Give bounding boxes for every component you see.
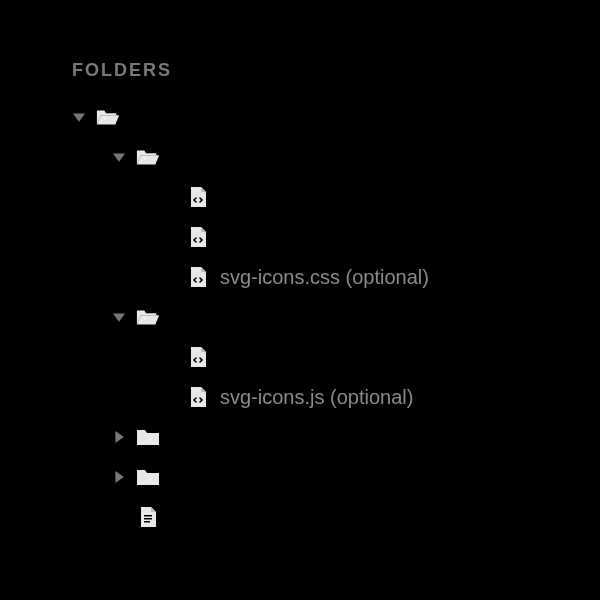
tree-row[interactable] [72, 217, 600, 257]
folder-open-icon [96, 107, 120, 127]
svg-marker-3 [115, 431, 123, 443]
tree-row[interactable] [72, 97, 600, 137]
file-code-icon [186, 347, 210, 367]
tree-row[interactable]: svg-icons.js (optional) [72, 377, 600, 417]
folder-open-icon [136, 307, 160, 327]
panel-header: FOLDERS [72, 60, 600, 81]
tree-row[interactable] [72, 457, 600, 497]
tree-row[interactable]: svg-icons.css (optional) [72, 257, 600, 297]
tree-item-label: svg-icons.css (optional) [220, 266, 429, 289]
svg-marker-0 [73, 113, 85, 121]
tree-container: svg-icons.css (optional)svg-icons.js (op… [72, 97, 600, 537]
svg-marker-1 [113, 153, 125, 161]
chevron-down-icon[interactable] [112, 150, 126, 164]
tree-row[interactable] [72, 497, 600, 537]
folder-icon [136, 467, 160, 487]
chevron-down-icon[interactable] [72, 110, 86, 124]
file-code-icon [186, 227, 210, 247]
tree-row[interactable] [72, 297, 600, 337]
file-text-icon [136, 507, 160, 527]
chevron-down-icon[interactable] [112, 310, 126, 324]
tree-row[interactable] [72, 417, 600, 457]
file-code-icon [186, 187, 210, 207]
chevron-right-icon[interactable] [112, 470, 126, 484]
tree-item-label: svg-icons.js (optional) [220, 386, 413, 409]
folder-icon [136, 427, 160, 447]
svg-rect-7 [144, 521, 150, 523]
file-code-icon [186, 267, 210, 287]
folder-open-icon [136, 147, 160, 167]
file-code-icon [186, 387, 210, 407]
tree-row[interactable] [72, 137, 600, 177]
svg-rect-5 [144, 515, 152, 517]
chevron-right-icon[interactable] [112, 430, 126, 444]
folder-tree-panel: FOLDERS svg-icons.css (optional)svg-icon… [0, 0, 600, 537]
svg-marker-2 [113, 313, 125, 321]
svg-marker-4 [115, 471, 123, 483]
svg-rect-6 [144, 518, 152, 520]
tree-row[interactable] [72, 177, 600, 217]
tree-row[interactable] [72, 337, 600, 377]
